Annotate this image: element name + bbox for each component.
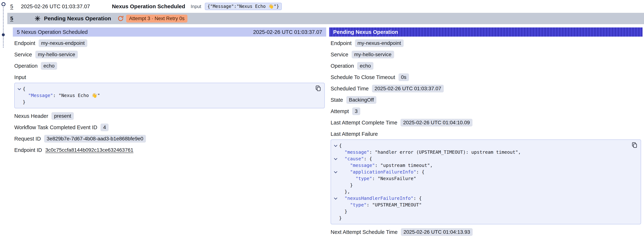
- collapse-chevron-icon[interactable]: [332, 156, 339, 162]
- code-gutter: [16, 92, 23, 99]
- code-gutter: [332, 188, 339, 195]
- pending-operation-panel: Pending Nexus Operation Endpoint my-nexu…: [329, 28, 642, 239]
- event-row-scheduled[interactable]: 5 2025-02-26 UTC 01:03:37.07 Nexus Opera…: [9, 0, 644, 13]
- code-gutter: [16, 99, 23, 106]
- copy-icon: [632, 142, 638, 148]
- workflow-history-screen: 5 2025-02-26 UTC 01:03:37.07 Nexus Opera…: [0, 0, 644, 239]
- code-line-text: "cause": {: [339, 156, 372, 162]
- scheduled-panel-body: Endpoint my-nexus-endpoint Service my-he…: [13, 36, 326, 154]
- code-gutter: [332, 175, 339, 182]
- failure-code-block: { "message": "handler error (UPSTREAM_TI…: [330, 140, 641, 224]
- code-gutter: [332, 149, 339, 156]
- code-line: "Message": "Nexus Echo 👋": [16, 92, 314, 99]
- timeline-dot-icon[interactable]: [2, 33, 5, 36]
- code-line: {: [16, 86, 314, 92]
- code-line: "message": "handler error (UPSTREAM_TIME…: [332, 149, 630, 156]
- code-line: }: [332, 215, 630, 222]
- pending-event-title: Pending Nexus Operation: [44, 15, 111, 22]
- failure-code-lines: { "message": "handler error (UPSTREAM_TI…: [332, 142, 630, 222]
- field-row: Attempt 3: [330, 107, 641, 115]
- field-label: Attempt: [330, 108, 349, 114]
- field-row: Request ID 3e829b7e-7d67-4b08-aad3-b1e86…: [14, 135, 325, 143]
- code-line: "message": "upstream timeout",: [332, 162, 630, 169]
- pending-panel-header[interactable]: Pending Nexus Operation: [329, 28, 642, 36]
- copy-button[interactable]: [632, 142, 638, 148]
- code-line-text: "type": "UPSTREAM_TIMEOUT": [339, 202, 422, 208]
- code-line-text: "Message": "Nexus Echo 👋": [23, 92, 100, 99]
- scheduled-panel-title: 5 Nexus Operation Scheduled: [17, 29, 88, 35]
- endpoint-id-row: Endpoint ID 3c0c75ccfa8144b092c13ce63246…: [14, 146, 325, 154]
- field-value-badge: 3: [352, 108, 360, 115]
- field-label: Next Attempt Schedule Time: [330, 229, 398, 235]
- collapse-chevron-icon[interactable]: [332, 142, 339, 149]
- code-gutter: [332, 202, 339, 208]
- input-label: Input: [191, 4, 201, 9]
- pending-panel-title: Pending Nexus Operation: [333, 29, 398, 35]
- field-value-badge: 2025-02-26 UTC 01:03:37.07: [372, 85, 444, 92]
- code-gutter: [332, 208, 339, 215]
- field-row: Workflow Task Completed Event ID 4: [14, 123, 325, 132]
- field-value-badge: BackingOff: [346, 96, 376, 104]
- field-value-badge: my-nexus-endpoint: [39, 39, 87, 47]
- pending-asterisk-icon: [34, 15, 41, 22]
- code-line: "type": "NexusFailure": [332, 175, 630, 182]
- copy-button[interactable]: [315, 85, 321, 92]
- field-label: Scheduled Time: [330, 86, 369, 92]
- input-code-lines: { "Message": "Nexus Echo 👋"}: [16, 86, 314, 106]
- field-list: Endpoint my-nexus-endpoint Service my-he…: [330, 39, 641, 127]
- code-line: }: [332, 208, 630, 215]
- code-line-text: }: [339, 182, 353, 188]
- code-line-text: {: [23, 86, 26, 92]
- timeline-node-icon[interactable]: [2, 2, 6, 6]
- field-value-badge: 3e829b7e-7d67-4b08-aad3-b1e868bfe9e0: [44, 135, 146, 142]
- field-value-badge: my-hello-service: [35, 51, 78, 58]
- event-row-pending[interactable]: 5 Pending Nexus Operation Attempt 3 · Ne…: [7, 13, 644, 24]
- code-gutter: [332, 162, 339, 169]
- collapse-chevron-icon[interactable]: [332, 169, 339, 175]
- field-label: Service: [330, 52, 348, 58]
- code-line: "applicationFailureInfo": {: [332, 169, 630, 175]
- code-line-text: "message": "upstream timeout",: [339, 162, 433, 169]
- field-row: Operation echo: [14, 62, 325, 70]
- field-label: Operation: [330, 63, 354, 69]
- collapse-chevron-icon[interactable]: [332, 195, 339, 202]
- scheduled-panel-header[interactable]: 5 Nexus Operation Scheduled 2025-02-26 U…: [13, 28, 326, 36]
- pending-event-id-link[interactable]: 5: [10, 16, 13, 22]
- event-timestamp: 2025-02-26 UTC 01:03:37.07: [21, 4, 90, 10]
- field-row: Operation echo: [330, 62, 641, 70]
- code-line-text: }: [339, 215, 342, 222]
- code-line-text: "applicationFailureInfo": {: [339, 169, 424, 175]
- field-row: Endpoint my-nexus-endpoint: [330, 39, 641, 47]
- pending-panel-body: Endpoint my-nexus-endpoint Service my-he…: [329, 36, 642, 236]
- field-label: State: [330, 97, 343, 103]
- event-id-link[interactable]: 5: [10, 4, 13, 10]
- retry-attempt-chip: Attempt 3 · Next Retry 0s: [126, 15, 188, 22]
- code-line-text: },: [339, 188, 350, 195]
- code-line: }: [16, 99, 314, 106]
- endpoint-id-link[interactable]: 3c0c75ccfa8144b092c13ce632463761: [46, 147, 134, 153]
- field-label: Endpoint: [330, 40, 352, 46]
- field-label: Endpoint ID: [14, 147, 42, 153]
- field-value-badge: echo: [357, 62, 374, 70]
- field-row: Service my-hello-service: [14, 50, 325, 58]
- field-row: Scheduled Time 2025-02-26 UTC 01:03:37.0…: [330, 84, 641, 92]
- field-value-badge: 2025-02-26 UTC 01:04:10.09: [400, 119, 472, 126]
- code-line-text: "message": "handler error (UPSTREAM_TIME…: [339, 149, 521, 156]
- field-list: Nexus Header present Workflow Task Compl…: [14, 112, 325, 143]
- field-label: Workflow Task Completed Event ID: [14, 124, 97, 130]
- input-code-block: { "Message": "Nexus Echo 👋"}: [14, 83, 325, 108]
- input-preview-chip[interactable]: {"Message":"Nexus Echo 👋"}: [205, 3, 282, 10]
- field-value-badge: 0s: [398, 74, 409, 81]
- code-line-text: "nexusHandlerFailureInfo": {: [339, 195, 422, 202]
- retry-icon: [117, 15, 124, 22]
- field-value-badge: 2025-02-26 UTC 01:04:13.93: [401, 228, 473, 236]
- next-attempt-row: Next Attempt Schedule Time 2025-02-26 UT…: [330, 228, 641, 236]
- field-label: Nexus Header: [14, 113, 48, 119]
- code-line-text: }: [339, 208, 347, 215]
- failure-section-label: Last Attempt Failure: [330, 130, 641, 138]
- timeline-rail: [0, 0, 9, 239]
- collapse-chevron-icon[interactable]: [16, 86, 23, 92]
- event-title: Nexus Operation Scheduled: [112, 3, 185, 10]
- code-line: "cause": {: [332, 156, 630, 162]
- code-line: "type": "UPSTREAM_TIMEOUT": [332, 202, 630, 208]
